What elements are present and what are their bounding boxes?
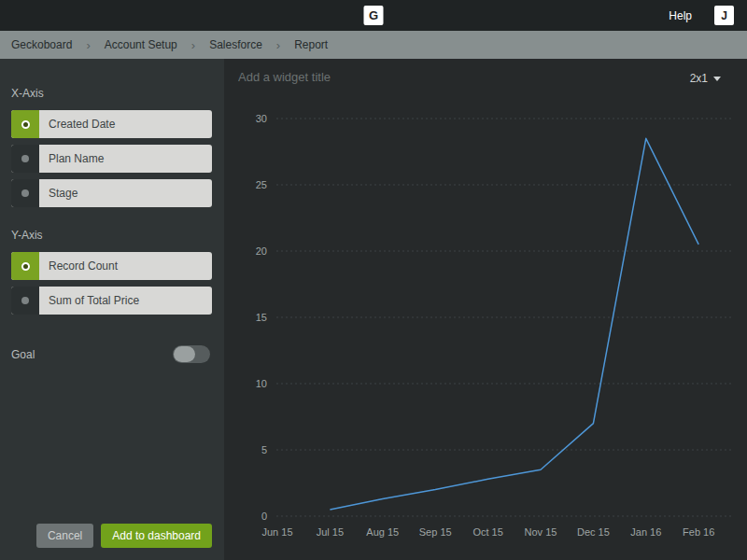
radio-selected-icon [11, 110, 39, 138]
breadcrumb-item-report: Report [294, 38, 328, 51]
breadcrumb-item-salesforce[interactable]: Salesforce [209, 38, 262, 51]
goal-toggle[interactable] [173, 345, 210, 363]
sidebar-footer: Cancel Add to dashboard [11, 524, 212, 548]
radio-unselected-icon [11, 287, 39, 315]
svg-text:Sep 15: Sep 15 [419, 526, 452, 538]
x-axis-option-created-date[interactable]: Created Date [11, 110, 212, 138]
svg-text:Feb 16: Feb 16 [683, 526, 714, 538]
svg-text:Nov 15: Nov 15 [525, 526, 557, 538]
add-to-dashboard-button[interactable]: Add to dashboard [101, 524, 212, 548]
widget-config-sidebar: X-Axis Created Date Plan Name Stage Y-Ax… [0, 59, 224, 560]
chevron-right-icon: › [86, 38, 90, 52]
svg-text:15: 15 [256, 312, 267, 323]
svg-text:0: 0 [261, 511, 267, 522]
cancel-button[interactable]: Cancel [36, 524, 93, 548]
svg-text:Jan 16: Jan 16 [630, 526, 661, 538]
svg-text:Dec 15: Dec 15 [577, 526, 610, 538]
svg-text:25: 25 [256, 179, 267, 190]
svg-text:20: 20 [256, 245, 267, 257]
x-axis-option-plan-name[interactable]: Plan Name [11, 145, 212, 173]
svg-text:Aug 15: Aug 15 [366, 526, 399, 538]
svg-text:10: 10 [256, 378, 267, 389]
breadcrumb-item-geckoboard[interactable]: Geckoboard [11, 38, 72, 51]
y-axis-section-label: Y-Axis [11, 229, 212, 242]
option-label: Sum of Total Price [39, 287, 139, 315]
svg-text:Jun 15: Jun 15 [261, 526, 292, 538]
geckoboard-logo[interactable]: G [364, 6, 384, 25]
chevron-right-icon: › [191, 38, 195, 52]
svg-text:5: 5 [261, 444, 267, 455]
radio-selected-icon [11, 252, 39, 280]
topbar-right: Help J [669, 6, 747, 25]
content: X-Axis Created Date Plan Name Stage Y-Ax… [0, 59, 747, 560]
radio-unselected-icon [11, 145, 39, 173]
x-axis-option-stage[interactable]: Stage [11, 179, 212, 207]
y-axis-option-record-count[interactable]: Record Count [11, 252, 212, 280]
svg-text:30: 30 [256, 113, 267, 124]
top-bar: G Help J [0, 0, 747, 31]
breadcrumb-item-account-setup[interactable]: Account Setup [105, 38, 177, 51]
svg-text:Oct 15: Oct 15 [472, 526, 502, 538]
option-label: Created Date [39, 110, 115, 138]
avatar[interactable]: J [714, 6, 734, 25]
y-axis-option-sum-total-price[interactable]: Sum of Total Price [11, 287, 212, 315]
svg-text:Jul 15: Jul 15 [317, 526, 344, 538]
widget-preview: 2x1 051015202530Jun 15Jul 15Aug 15Sep 15… [224, 59, 747, 560]
toggle-knob [174, 346, 195, 362]
line-chart: 051015202530Jun 15Jul 15Aug 15Sep 15Oct … [224, 59, 747, 560]
goal-label: Goal [11, 348, 35, 361]
option-label: Stage [39, 179, 78, 207]
radio-unselected-icon [11, 179, 39, 207]
help-link[interactable]: Help [669, 9, 692, 22]
goal-row: Goal [11, 345, 212, 363]
breadcrumb: Geckoboard › Account Setup › Salesforce … [0, 31, 747, 59]
option-label: Plan Name [39, 145, 104, 173]
option-label: Record Count [39, 252, 118, 280]
chevron-right-icon: › [276, 38, 280, 52]
x-axis-section-label: X-Axis [11, 87, 212, 100]
